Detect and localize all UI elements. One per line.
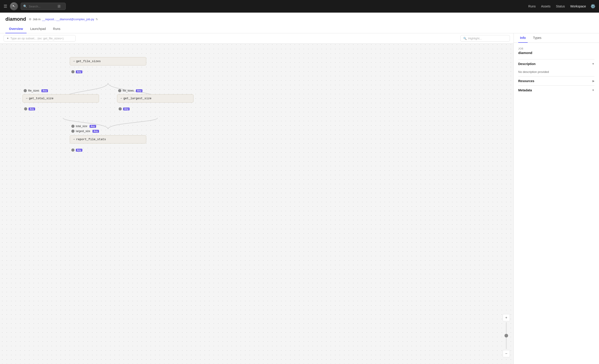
dot <box>71 148 74 152</box>
dot <box>71 130 74 133</box>
output-dot-report-file-stats: Any <box>71 148 82 152</box>
right-tab-types[interactable]: Types <box>531 33 543 43</box>
zoom-slider-track[interactable] <box>506 322 507 349</box>
zoom-in-button[interactable]: + <box>503 314 510 321</box>
input-file-sizes-largest: file_sizes Any <box>118 89 142 92</box>
input-label: file_sizes <box>123 89 134 92</box>
connections-svg <box>0 44 513 364</box>
node-label-get-largest-size: get_largest_size <box>123 97 151 100</box>
page-title: diamond <box>5 16 26 22</box>
job-name-display: diamond <box>518 51 594 55</box>
any-badge: Any <box>76 149 82 152</box>
any-badge: Any <box>123 108 130 111</box>
input-label: largest_size <box>76 130 90 133</box>
description-section-header[interactable]: Description ▼ <box>518 59 594 68</box>
page-header: diamond ⚙ Job in __reposit...__diamond@c… <box>0 13 599 33</box>
refresh-icon[interactable]: ↻ <box>96 17 98 21</box>
metadata-title: Metadata <box>518 88 532 92</box>
tab-overview[interactable]: Overview <box>5 25 26 33</box>
job-meta-link[interactable]: __reposit...__diamond@complex_job.py <box>42 17 94 21</box>
resources-title: Resources <box>518 79 534 83</box>
node-label-get-file-sizes: get_file_sizes <box>76 60 101 63</box>
job-label: Job <box>518 47 594 50</box>
right-panel-tabs: Info Types <box>514 33 599 43</box>
tab-runs[interactable]: Runs <box>50 25 64 33</box>
highlight-icon: 🔍 <box>463 37 467 40</box>
input-label: file_sizes <box>28 89 39 92</box>
dot <box>24 89 27 92</box>
svg-point-2 <box>14 6 15 7</box>
dot <box>71 70 74 73</box>
job-meta: ⚙ Job in __reposit...__diamond@complex_j… <box>29 17 98 21</box>
metadata-section-header[interactable]: Metadata ▼ <box>518 86 594 95</box>
node-label-get-total-size: get_total_size <box>29 97 53 100</box>
logo-avatar <box>10 2 18 10</box>
resources-section-header[interactable]: Resources ▶ <box>518 76 594 86</box>
resources-arrow: ▶ <box>592 79 594 83</box>
any-badge: Any <box>92 130 99 133</box>
job-meta-icon: ⚙ <box>29 17 32 21</box>
input-label: total_size <box>76 125 87 128</box>
input-total-size: total_size Any <box>71 125 96 128</box>
nav-links: Runs Assets Status Workspace <box>528 5 586 8</box>
graph-area: ✦ Type an op subset... (ex: get_file_siz… <box>0 33 513 364</box>
output-dot-get-largest-size: Any <box>119 107 130 111</box>
node-label-report-file-stats: report_file_stats <box>76 138 106 141</box>
hamburger-icon[interactable]: ☰ <box>4 4 7 9</box>
nav-workspace[interactable]: Workspace <box>570 5 586 8</box>
dot <box>24 107 27 111</box>
right-panel: Info Types Job diamond Description ▼ No … <box>513 33 599 364</box>
svg-point-1 <box>13 5 14 7</box>
graph-canvas[interactable]: ⊸ get_file_sizes Any file_sizes Any ⊸ ge… <box>0 44 513 364</box>
svg-point-0 <box>12 4 16 9</box>
job-meta-text: Job in <box>33 17 41 21</box>
description-title: Description <box>518 62 536 66</box>
search-input[interactable] <box>29 5 56 8</box>
any-badge: Any <box>89 125 96 128</box>
tab-bar: Overview Launchpad Runs <box>5 25 594 33</box>
zoom-controls: + − <box>503 314 510 357</box>
output-dot-get-file-sizes: Any <box>71 70 82 73</box>
output-dot-get-total-size: Any <box>24 107 35 111</box>
right-tab-info[interactable]: Info <box>518 33 528 43</box>
search-bar[interactable]: 🔍 / <box>21 3 66 10</box>
dot <box>71 125 74 128</box>
dot <box>118 89 121 92</box>
node-get-largest-size[interactable]: ⊸ get_largest_size <box>117 94 194 103</box>
nav-status[interactable]: Status <box>556 5 565 8</box>
tab-launchpad[interactable]: Launchpad <box>26 25 49 33</box>
description-content: No description provided <box>518 68 594 76</box>
top-nav: ☰ 🔍 / Runs Assets Status Workspace ⚙️ <box>0 0 599 13</box>
subset-placeholder: Type an op subset... (ex: get_file_sizes… <box>10 37 64 40</box>
node-get-total-size[interactable]: ⊸ get_total_size <box>23 94 99 103</box>
metadata-arrow: ▼ <box>592 89 594 92</box>
right-panel-content: Job diamond Description ▼ No description… <box>514 43 599 364</box>
description-arrow: ▼ <box>592 62 594 65</box>
input-file-sizes-total: file_sizes Any <box>24 89 48 92</box>
zoom-out-button[interactable]: − <box>503 350 510 357</box>
node-get-file-sizes[interactable]: ⊸ get_file_sizes <box>70 57 146 65</box>
any-badge: Any <box>29 108 35 111</box>
toolbar-row: ✦ Type an op subset... (ex: get_file_siz… <box>0 33 513 44</box>
zoom-slider-thumb[interactable] <box>504 334 508 338</box>
search-icon: 🔍 <box>23 5 27 8</box>
highlight-placeholder: Highlight... <box>468 37 482 40</box>
settings-icon[interactable]: ⚙️ <box>590 4 595 9</box>
node-report-file-stats[interactable]: ⊸ report_file_stats <box>70 135 146 144</box>
main-layout: ✦ Type an op subset... (ex: get_file_siz… <box>0 33 599 364</box>
search-shortcut: / <box>58 5 61 8</box>
any-badge: Any <box>76 70 82 73</box>
nav-runs[interactable]: Runs <box>528 5 536 8</box>
any-badge: Any <box>41 89 48 92</box>
highlight-input[interactable]: 🔍 Highlight... <box>460 35 510 42</box>
nav-assets[interactable]: Assets <box>541 5 551 8</box>
any-badge: Any <box>136 89 142 92</box>
input-largest-size: largest_size Any <box>71 130 99 133</box>
subset-icon: ✦ <box>7 37 9 40</box>
subset-input[interactable]: ✦ Type an op subset... (ex: get_file_siz… <box>4 35 76 42</box>
dot <box>119 107 122 111</box>
